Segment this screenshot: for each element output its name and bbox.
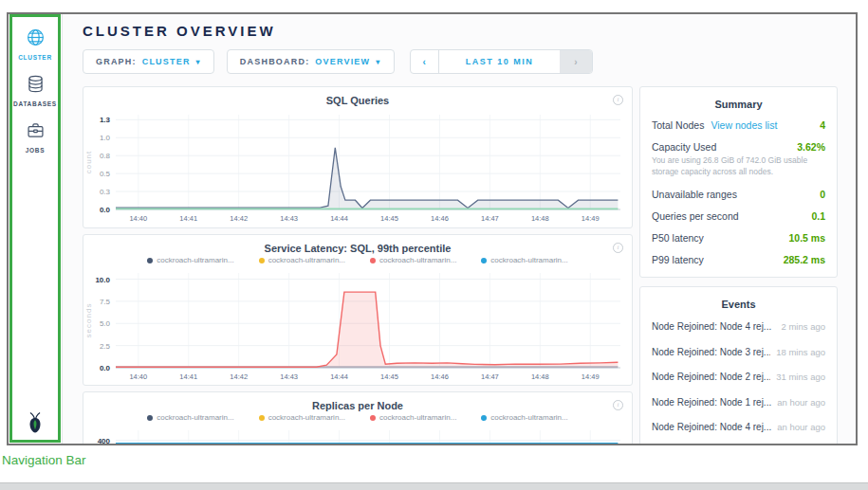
sidebar-item-jobs[interactable]: JOBS	[9, 120, 62, 154]
svg-text:10.0: 10.0	[95, 276, 110, 284]
time-range-label[interactable]: LAST 10 MIN	[439, 50, 561, 73]
event-row[interactable]: Node Rejoined: Node 3 rej...18 mins ago	[652, 339, 825, 365]
info-icon[interactable]: i	[613, 95, 623, 105]
sidebar-item-databases[interactable]: DATABASES	[9, 74, 62, 107]
summary-panel: Summary Total NodesView nodes list4Capac…	[639, 86, 838, 278]
summary-title: Summary	[652, 99, 825, 110]
legend-dot-icon	[481, 258, 487, 263]
chart-legend: cockroach-ultramarin...cockroach-ultrama…	[83, 256, 632, 268]
event-row[interactable]: Node Rejoined: Node 2 rej...31 mins ago	[652, 364, 825, 390]
legend-item[interactable]: cockroach-ultramarin...	[370, 413, 456, 426]
svg-text:14:41: 14:41	[179, 372, 197, 381]
svg-text:0.3: 0.3	[100, 188, 111, 196]
summary-row-label: Queries per second	[652, 210, 739, 222]
event-timestamp: 31 mins ago	[770, 372, 825, 382]
summary-row-value: 0	[820, 189, 825, 200]
navigation-bar-annotation-label: Navigation Bar	[2, 453, 86, 467]
svg-text:14:44: 14:44	[330, 214, 348, 223]
summary-row-value: 285.2 ms	[784, 254, 825, 265]
svg-text:14:44: 14:44	[330, 372, 348, 381]
admin-ui-window: CLUSTERDATABASESJOBS CLUSTER OVERVIEW GR…	[7, 12, 858, 445]
chart-title: Replicas per Node	[83, 392, 632, 413]
summary-row: Unavailable ranges0	[652, 183, 825, 205]
event-timestamp: 2 mins ago	[776, 321, 825, 332]
dashboard-dropdown-label: DASHBOARD:	[240, 57, 310, 66]
legend-item[interactable]: cockroach-ultramarin...	[259, 413, 345, 426]
series-sql-queries	[116, 148, 618, 209]
event-row[interactable]: Node Rejoined: Node 4 rej...an hour ago	[652, 414, 825, 440]
chart-plot[interactable]: 0.00.30.50.81.01.314:4014:4114:4214:4314…	[83, 110, 630, 225]
svg-text:14:42: 14:42	[230, 372, 248, 381]
graph-dropdown-label: GRAPH:	[96, 57, 137, 66]
time-range-prev-button[interactable]: ‹	[411, 50, 439, 73]
chart-title: SQL Queries	[83, 87, 632, 110]
sidebar-item-label: CLUSTER	[9, 54, 62, 61]
dashboard-content: SQL Queriesi0.00.30.50.81.01.314:4014:41…	[83, 86, 856, 445]
summary-row-label: P99 latency	[652, 254, 704, 265]
svg-text:seconds: seconds	[84, 303, 93, 338]
svg-text:14:46: 14:46	[431, 214, 449, 223]
event-row[interactable]: Node Rejoined: Node 1 rej...an hour ago	[652, 390, 825, 415]
cockroach-icon	[23, 410, 47, 435]
legend-item[interactable]: cockroach-ultramarin...	[481, 413, 567, 426]
svg-text:14:45: 14:45	[380, 214, 398, 223]
svg-text:1.3: 1.3	[100, 116, 111, 124]
chart-title: Service Latency: SQL, 99th percentile	[83, 235, 632, 256]
graph-dropdown[interactable]: GRAPH: CLUSTER ▾	[83, 49, 214, 74]
legend-item[interactable]: cockroach-ultramarin...	[370, 256, 456, 268]
info-icon[interactable]: i	[613, 243, 623, 253]
time-range-selector: ‹ LAST 10 MIN ›	[410, 49, 593, 74]
summary-row-value: 10.5 ms	[788, 232, 825, 244]
legend-dot-icon	[147, 258, 153, 263]
svg-text:14:40: 14:40	[129, 214, 147, 223]
legend-dot-icon	[481, 415, 487, 421]
chart-card-service-latency-sql-99th-percentile: Service Latency: SQL, 99th percentileico…	[83, 234, 633, 386]
svg-text:5.0: 5.0	[100, 319, 111, 328]
legend-item[interactable]: cockroach-ultramarin...	[259, 256, 345, 268]
svg-text:14:48: 14:48	[531, 214, 549, 223]
right-column: Summary Total NodesView nodes list4Capac…	[639, 86, 838, 445]
chart-card-replicas-per-node: Replicas per Nodeicockroach-ultramarin..…	[83, 391, 633, 445]
legend-dot-icon	[259, 415, 265, 421]
chart-card-sql-queries: SQL Queriesi0.00.30.50.81.01.314:4014:41…	[83, 86, 633, 228]
chart-plot[interactable]: 40014:4014:4114:4214:4314:4414:4514:4614…	[83, 426, 630, 445]
chart-plot[interactable]: 0.02.55.07.510.014:4014:4114:4214:4314:4…	[83, 268, 630, 383]
event-timestamp: an hour ago	[771, 397, 825, 408]
main-content: CLUSTER OVERVIEW GRAPH: CLUSTER ▾ DASHBO…	[63, 14, 856, 444]
cockroachdb-logo[interactable]	[9, 410, 62, 439]
legend-item[interactable]: cockroach-ultramarin...	[147, 413, 233, 426]
sidebar-item-cluster[interactable]: CLUSTER	[9, 27, 62, 61]
legend-dot-icon	[259, 258, 265, 263]
summary-row-value: 0.1	[811, 210, 825, 222]
svg-text:14:41: 14:41	[179, 214, 197, 223]
svg-text:2.5: 2.5	[100, 342, 111, 351]
sidebar-item-label: JOBS	[9, 147, 62, 154]
svg-text:0.8: 0.8	[100, 152, 111, 160]
chevron-down-icon: ▾	[196, 58, 201, 66]
svg-text:14:45: 14:45	[380, 372, 398, 381]
bottom-strip	[0, 482, 868, 490]
svg-text:14:49: 14:49	[582, 372, 600, 381]
svg-text:14:43: 14:43	[280, 214, 298, 223]
globe-icon	[26, 34, 46, 50]
svg-text:14:46: 14:46	[431, 372, 449, 381]
svg-text:14:47: 14:47	[481, 214, 499, 223]
summary-row-value: 3.62%	[797, 141, 825, 153]
info-icon[interactable]: i	[613, 400, 623, 410]
legend-dot-icon	[370, 415, 376, 421]
view-nodes-list-link[interactable]: View nodes list	[711, 119, 777, 131]
dashboard-dropdown[interactable]: DASHBOARD: OVERVIEW ▾	[227, 49, 395, 74]
legend-item[interactable]: cockroach-ultramarin...	[147, 256, 233, 268]
sidebar-item-label: DATABASES	[9, 100, 62, 107]
svg-text:0.0: 0.0	[100, 206, 111, 214]
summary-row-label: P50 latency	[652, 232, 704, 244]
dashboard-dropdown-value: OVERVIEW	[315, 57, 370, 66]
legend-item[interactable]: cockroach-ultramarin...	[481, 256, 567, 268]
event-row[interactable]: Node Rejoined: Node 4 rej...2 mins ago	[652, 314, 825, 339]
legend-dot-icon	[370, 258, 376, 263]
event-message: Node Rejoined: Node 1 rej...	[652, 397, 771, 408]
summary-row-label: Capacity Used	[652, 141, 716, 153]
chevron-down-icon: ▾	[376, 58, 380, 66]
svg-text:1.0: 1.0	[100, 134, 111, 142]
events-panel: Events Node Rejoined: Node 4 rej...2 min…	[639, 286, 838, 445]
